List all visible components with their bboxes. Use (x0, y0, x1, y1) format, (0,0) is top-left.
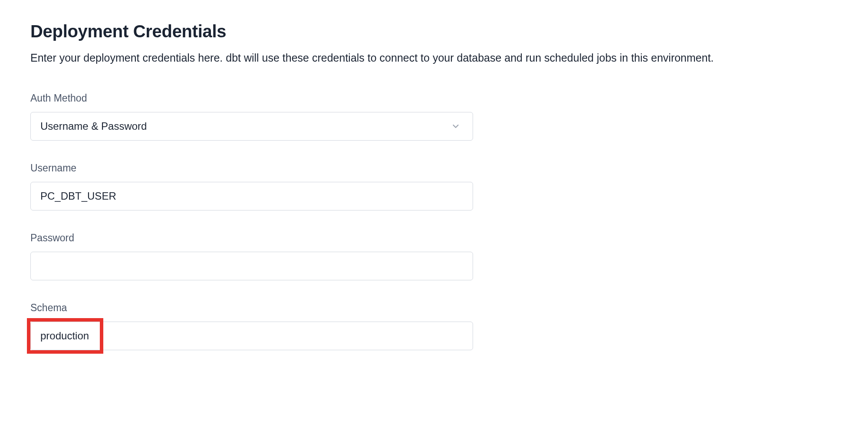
auth-method-value: Username & Password (40, 120, 147, 132)
username-group: Username (30, 162, 838, 210)
schema-label: Schema (30, 302, 838, 314)
page-title: Deployment Credentials (30, 22, 838, 41)
auth-method-label: Auth Method (30, 92, 838, 104)
password-group: Password (30, 232, 838, 280)
username-input[interactable] (30, 182, 473, 210)
page-description: Enter your deployment credentials here. … (30, 50, 838, 66)
password-label: Password (30, 232, 838, 244)
auth-method-select[interactable]: Username & Password (30, 112, 473, 141)
schema-input[interactable] (30, 322, 473, 350)
schema-group: Schema (30, 302, 838, 350)
username-label: Username (30, 162, 838, 174)
password-input[interactable] (30, 252, 473, 280)
auth-method-group: Auth Method Username & Password (30, 92, 838, 141)
chevron-down-icon (451, 122, 460, 131)
